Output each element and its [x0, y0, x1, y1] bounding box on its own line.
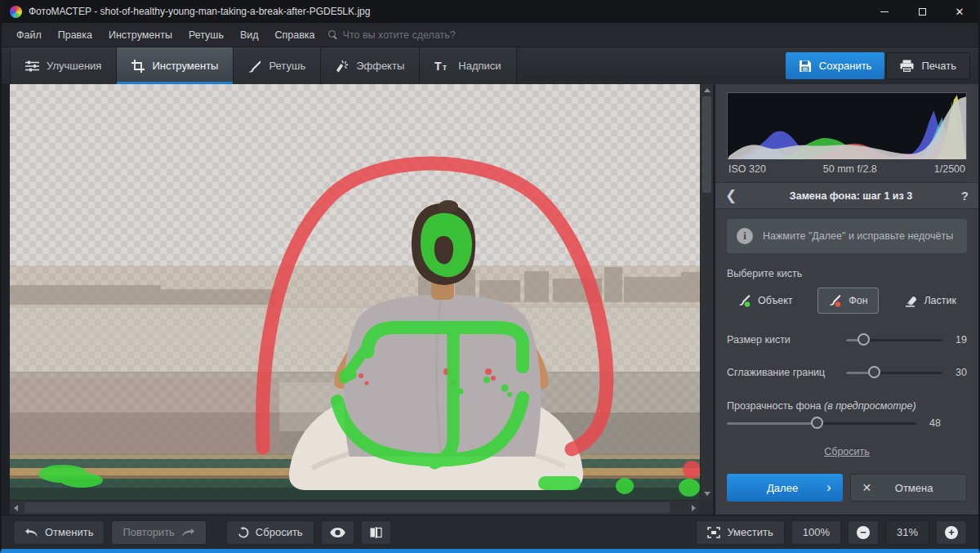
maximize-button[interactable]	[903, 0, 941, 23]
zoom-level[interactable]: 31%	[885, 520, 929, 545]
next-button[interactable]: Далее ›	[727, 474, 843, 502]
scroll-left-icon[interactable]	[14, 505, 18, 511]
shutter-value: 1/2500	[934, 163, 965, 175]
brush-section-label: Выберите кисть	[727, 268, 967, 279]
canvas-area	[2, 84, 715, 515]
iso-value: ISO 320	[728, 163, 766, 175]
horizontal-scrollbar[interactable]	[10, 500, 700, 515]
bg-opacity-slider-thumb[interactable]	[811, 417, 823, 429]
sliders-icon	[25, 60, 39, 72]
window-title: ФотоМАСТЕР - shot-of-healthy-young-man-t…	[29, 6, 866, 17]
panel-actions: Далее › ✕ Отмена	[727, 474, 967, 502]
brush-size-label: Размер кисти	[727, 334, 846, 346]
titlebar: ФотоМАСТЕР - shot-of-healthy-young-man-t…	[2, 0, 978, 23]
app-window: ФотоМАСТЕР - shot-of-healthy-young-man-t…	[0, 0, 980, 553]
eye-icon	[330, 528, 345, 537]
plus-icon: +	[945, 526, 958, 539]
edge-smoothing-row: Сглаживание границ 30	[727, 366, 967, 379]
redo-icon	[181, 528, 195, 537]
menubar: Файл Правка Инструменты Ретушь Вид Справ…	[2, 23, 978, 47]
brush-size-slider-thumb[interactable]	[858, 333, 870, 346]
exif-info: ISO 320 50 mm f/2.8 1/2500	[727, 159, 967, 182]
bg-opacity-label: Прозрачность фона (в предпросмотре)	[727, 400, 967, 412]
info-icon: i	[737, 228, 753, 244]
bg-opacity-slider[interactable]	[727, 417, 916, 430]
fit-button[interactable]: Уместить	[696, 520, 784, 545]
search-icon	[328, 30, 337, 39]
object-brush-icon	[737, 295, 751, 307]
tab-tools[interactable]: Инструменты	[117, 47, 234, 84]
menu-edit[interactable]: Правка	[50, 23, 100, 47]
fit-screen-icon	[707, 527, 720, 538]
eraser-brush-button[interactable]: Ластик	[893, 288, 967, 314]
tabbar-spacer	[517, 47, 786, 84]
scroll-right-icon[interactable]	[692, 505, 696, 511]
crop-icon	[131, 60, 145, 73]
undo-button[interactable]: Отменить	[13, 520, 105, 545]
horizontal-scroll-thumb[interactable]	[24, 502, 670, 513]
split-view-icon	[370, 527, 382, 538]
print-button[interactable]: Печать	[886, 52, 970, 79]
scrollbar-corner	[700, 500, 713, 515]
redo-button[interactable]: Повторить	[111, 520, 206, 545]
object-brush-button[interactable]: Объект	[727, 288, 804, 314]
cancel-button[interactable]: ✕ Отмена	[850, 474, 968, 502]
tab-retouch[interactable]: Ретушь	[234, 47, 321, 84]
right-panel: ISO 320 50 mm f/2.8 1/2500 ❮ Замена фона…	[715, 84, 978, 515]
histogram-chart	[728, 93, 966, 159]
menu-retouch[interactable]: Ретушь	[180, 23, 232, 47]
photo-scene	[10, 84, 700, 500]
minus-icon: −	[857, 526, 870, 539]
edge-smoothing-slider-thumb[interactable]	[868, 366, 880, 378]
svg-text:T: T	[434, 60, 442, 72]
tab-enhancements[interactable]: Улучшения	[10, 47, 117, 84]
photo-canvas[interactable]	[10, 84, 700, 500]
scroll-up-icon[interactable]	[704, 88, 710, 92]
zoom-100-button[interactable]: 100%	[791, 520, 841, 545]
background-brush-button[interactable]: Фон	[817, 288, 878, 314]
brush-selector: Объект Фон Ластик	[727, 288, 967, 314]
reset-strokes-link[interactable]: Сбросить	[727, 446, 967, 457]
before-after-button[interactable]	[361, 520, 391, 545]
edge-smoothing-slider[interactable]	[846, 366, 942, 379]
reset-edits-button[interactable]: Сбросить	[226, 520, 314, 545]
brush-size-row: Размер кисти 19	[727, 333, 967, 346]
tab-captions[interactable]: T т Надписи	[420, 47, 516, 84]
zoom-out-button[interactable]: −	[848, 520, 879, 545]
menu-help[interactable]: Справка	[267, 23, 323, 47]
minimize-button[interactable]	[866, 0, 903, 23]
scroll-down-icon[interactable]	[704, 492, 710, 496]
minimize-icon	[880, 11, 889, 12]
bg-opacity-row: 48	[727, 417, 967, 430]
brush-icon	[248, 60, 261, 73]
app-logo-icon	[10, 6, 22, 18]
edge-smoothing-value: 30	[942, 367, 967, 378]
show-original-button[interactable]	[321, 520, 354, 545]
maximize-icon	[919, 8, 926, 16]
undo-icon	[24, 528, 38, 537]
hint-box: i Нажмите "Далее" и исправьте недочёты	[727, 219, 967, 253]
step-header: ❮ Замена фона: шаг 1 из 3 ?	[715, 182, 978, 209]
histogram	[727, 92, 967, 159]
tabbar: Улучшения Инструменты Ретушь Эффекты T	[2, 47, 978, 84]
help-button[interactable]: ?	[957, 189, 969, 203]
printer-icon	[900, 60, 914, 73]
brush-size-value: 19	[942, 334, 967, 346]
tab-effects[interactable]: Эффекты	[321, 47, 420, 84]
search-box[interactable]: Что вы хотите сделать?	[328, 29, 456, 41]
edge-smoothing-label: Сглаживание границ	[727, 367, 846, 378]
menu-view[interactable]: Вид	[232, 23, 267, 47]
vertical-scroll-thumb[interactable]	[702, 96, 711, 193]
brush-size-slider[interactable]	[846, 333, 942, 346]
magic-wand-icon	[336, 60, 349, 73]
eraser-icon	[903, 295, 917, 307]
vertical-scrollbar[interactable]	[700, 84, 713, 500]
hint-text: Нажмите "Далее" и исправьте недочёты	[763, 230, 953, 242]
save-button[interactable]: Сохранить	[786, 52, 885, 79]
menu-file[interactable]: Файл	[8, 23, 50, 47]
lens-value: 50 mm f/2.8	[823, 163, 877, 175]
back-button[interactable]: ❮	[725, 187, 745, 204]
zoom-in-button[interactable]: +	[936, 520, 967, 545]
menu-tools[interactable]: Инструменты	[100, 23, 180, 47]
close-button[interactable]: ✕	[941, 0, 978, 23]
